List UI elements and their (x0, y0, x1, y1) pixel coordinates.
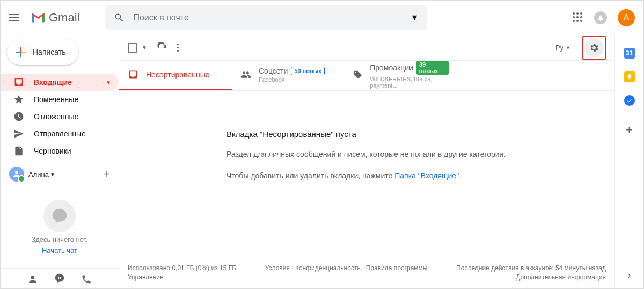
add-addon-button[interactable]: + (626, 123, 633, 137)
search-dropdown-icon[interactable]: ▼ (411, 13, 419, 23)
inbox-icon (13, 77, 24, 88)
toolbar: ▼ Ру▼ (119, 35, 614, 61)
policies-link[interactable]: Правила программы (366, 264, 428, 272)
nav-drafts[interactable]: Черновики (1, 142, 119, 160)
sidebar: Написать Входящие ▼ Помеченные Отложенны… (1, 35, 119, 289)
search-input[interactable] (133, 13, 410, 23)
empty-line1: Раздел для личных сообщений и писем, кот… (226, 149, 614, 160)
category-tabs: Несортированные Соцсети50 новых Facebook… (119, 61, 614, 91)
hangouts-tabs (1, 268, 119, 289)
tab-promotions[interactable]: Промоакции39 новых WILDBERRIES, Шафа, pa… (345, 61, 457, 90)
input-method-button[interactable]: Ру▼ (555, 44, 570, 52)
nav-snoozed[interactable]: Отложенные (1, 108, 119, 125)
people-icon (240, 69, 251, 80)
search-icon (114, 12, 125, 23)
start-chat-link[interactable]: Начать чат (42, 247, 77, 255)
privacy-link[interactable]: Конфиденциальность (295, 264, 361, 272)
header: Gmail ▼ А (1, 1, 643, 35)
inbox-settings-link[interactable]: Папка "Входящие" (394, 171, 459, 180)
hangouts-user[interactable]: Алина ▼ + (1, 162, 119, 186)
hangouts-icon (43, 200, 76, 232)
terms-link[interactable]: Условия (265, 264, 290, 272)
main-content: ▼ Ру▼ Несортированные Соцсети50 новых Fa… (119, 35, 614, 289)
account-avatar[interactable]: А (618, 9, 635, 26)
hangouts-empty-state: Здесь ничего нет. Начать чат (1, 186, 119, 268)
settings-highlight (582, 36, 606, 60)
hangouts-tab-phone[interactable] (73, 269, 100, 289)
gmail-logo[interactable]: Gmail (31, 11, 79, 25)
plus-icon (16, 47, 26, 57)
more-icon[interactable] (177, 44, 179, 52)
compose-button[interactable]: Написать (7, 39, 78, 65)
empty-line2: Чтобы добавить или удалить вкладки, нажм… (226, 171, 614, 182)
hangouts-tab-chat[interactable] (46, 269, 73, 289)
menu-icon[interactable] (9, 11, 22, 24)
hangouts-tab-contacts[interactable] (19, 269, 46, 289)
tag-icon (353, 69, 362, 80)
user-avatar-icon (9, 167, 24, 182)
calendar-icon[interactable]: 31 (624, 48, 635, 59)
badge-promo-count: 39 новых (416, 61, 449, 75)
inbox-icon (128, 69, 138, 80)
collapse-panel-icon[interactable]: › (628, 270, 631, 281)
search-bar[interactable]: ▼ (105, 5, 427, 30)
notifications-icon[interactable] (594, 11, 607, 24)
refresh-icon[interactable] (157, 42, 167, 53)
settings-button[interactable] (584, 38, 604, 57)
details-link[interactable]: Дополнительная информация (456, 273, 606, 281)
compose-label: Написать (33, 48, 65, 56)
manage-storage-link[interactable]: Управление (128, 273, 236, 281)
nav-starred[interactable]: Помеченные (1, 91, 119, 108)
new-chat-button[interactable]: + (104, 168, 110, 180)
side-panel: 31 + › (614, 35, 643, 289)
tab-social[interactable]: Соцсети50 новых Facebook (232, 61, 345, 90)
footer: Использовано 0,01 ГБ (0%) из 15 ГБ Управ… (119, 260, 614, 289)
activity-text: Последние действия в аккаунте: 54 минуты… (456, 264, 606, 272)
select-all-checkbox[interactable] (128, 43, 137, 53)
chevron-down-icon: ▼ (106, 80, 111, 85)
star-icon (13, 94, 24, 105)
badge-social-count: 50 новых (291, 67, 325, 75)
gmail-m-icon (31, 12, 46, 24)
clock-icon (13, 111, 24, 122)
storage-text: Использовано 0,01 ГБ (0%) из 15 ГБ (128, 264, 236, 272)
empty-heading: Вкладка "Несортированные" пуста (226, 129, 614, 139)
send-icon (13, 128, 24, 139)
tab-primary[interactable]: Несортированные (119, 61, 232, 90)
keep-icon[interactable] (624, 71, 635, 82)
tasks-icon[interactable] (624, 95, 635, 106)
app-name: Gmail (49, 11, 79, 25)
draft-icon (13, 146, 24, 156)
chevron-down-icon: ▼ (50, 171, 55, 177)
nav-sent[interactable]: Отправленные (1, 125, 119, 142)
google-apps-icon[interactable] (573, 12, 583, 23)
select-dropdown-icon[interactable]: ▼ (142, 45, 147, 50)
empty-state: Вкладка "Несортированные" пуста Раздел д… (119, 91, 614, 260)
nav-inbox[interactable]: Входящие ▼ (1, 74, 119, 91)
